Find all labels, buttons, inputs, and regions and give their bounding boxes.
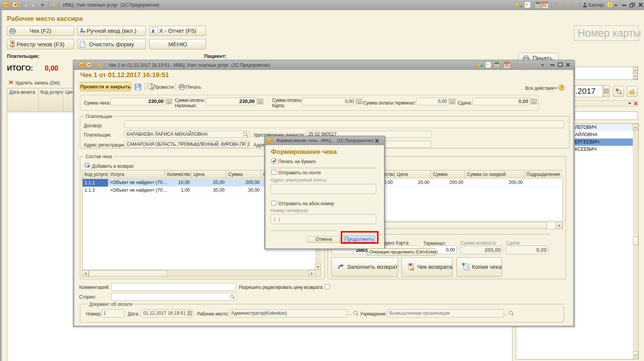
svg-text:?: ? <box>83 30 86 34</box>
